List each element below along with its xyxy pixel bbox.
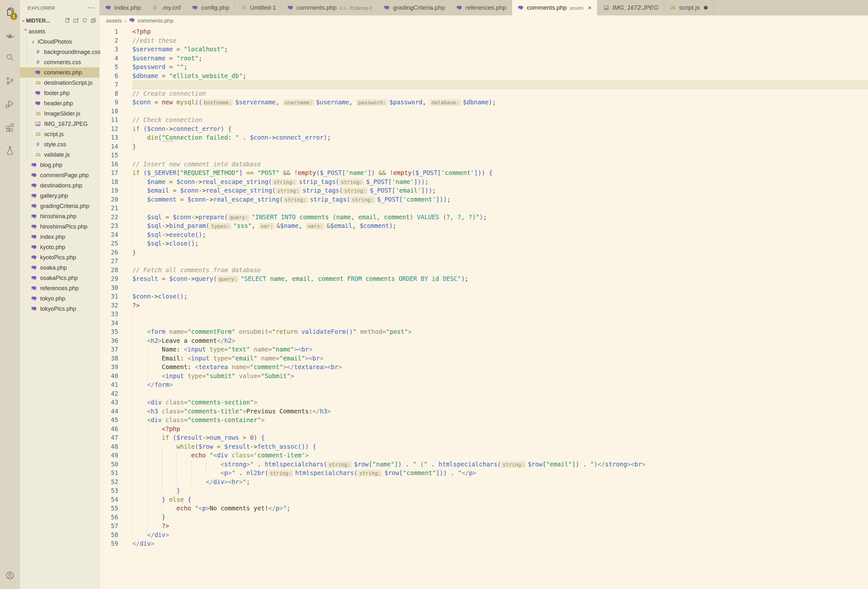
file-comments.php[interactable]: comments.php <box>20 68 99 78</box>
code-line[interactable]: 12if ($conn->connect_error) { <box>100 125 868 134</box>
code-line[interactable]: 53 } <box>100 486 868 495</box>
code-line[interactable]: 20 $comment = $conn->real_escape_string(… <box>100 195 868 204</box>
code-line[interactable]: 25 $sql->close(); <box>100 239 868 248</box>
file-ImageSlider.js[interactable]: JSImageSlider.js <box>20 109 99 119</box>
new-folder-icon[interactable] <box>73 18 79 24</box>
code-line[interactable]: 35 <form name="commentForm" onsubmit="re… <box>100 327 868 336</box>
file-hiroshimaPics.php[interactable]: hiroshimaPics.php <box>20 221 99 232</box>
code-line[interactable]: 58 </div> <box>100 530 868 540</box>
code-line[interactable]: 9$conn = new mysqli(hostname:$servername… <box>100 98 868 107</box>
tab-index.php[interactable]: index.php <box>100 0 146 15</box>
code-line[interactable]: 32?> <box>100 301 868 310</box>
code-line[interactable]: 42 <box>100 389 868 398</box>
file-script.js[interactable]: JSscript.js <box>20 129 99 139</box>
tab-config.php[interactable]: config.php <box>186 0 235 15</box>
code-line[interactable]: 28// Fetch all comments from database <box>100 266 868 275</box>
code-line[interactable]: 7 <box>100 80 868 89</box>
tab-script.js[interactable]: JSscript.js <box>664 0 713 15</box>
tab-references.php[interactable]: references.php <box>451 0 512 15</box>
code-line[interactable]: 31$conn->close(); <box>100 292 868 301</box>
file-hiroshima.php[interactable]: hiroshima.php <box>20 211 99 221</box>
file-comments.css[interactable]: #comments.css <box>20 57 99 68</box>
extensions-icon[interactable] <box>0 116 20 138</box>
file-kyotoPics.php[interactable]: kyotoPics.php <box>20 252 99 262</box>
code-line[interactable]: 46 <?php <box>100 425 868 434</box>
code-line[interactable]: 22 $sql = $conn->prepare(query:"INSERT I… <box>100 213 868 222</box>
code-line[interactable]: 57 ?> <box>100 521 868 530</box>
file-validate.js[interactable]: JSvalidate.js <box>20 150 99 160</box>
file-gallery.php[interactable]: gallery.php <box>20 191 99 201</box>
code-line[interactable]: 39 Comment: <textarea name="comment"></t… <box>100 363 868 372</box>
testing-icon[interactable] <box>0 138 20 162</box>
code-line[interactable]: 54 } else { <box>100 495 868 504</box>
run-and-debug-icon[interactable] <box>0 93 20 116</box>
refresh-icon[interactable] <box>82 18 87 24</box>
code-line[interactable]: 49 echo "<div class='comment-item'> <box>100 451 868 460</box>
file-iCloudPhotos[interactable]: ›iCloudPhotos <box>20 37 99 47</box>
code-line[interactable]: 16// Insert new comment into database <box>100 160 868 169</box>
code-line[interactable]: 50 <strong>" . htmlspecialchars(string:$… <box>100 460 868 469</box>
tab-comments.php[interactable]: comments.phpC:\...\fz3temp-2 <box>282 0 378 15</box>
tab-gradingCriteria.php[interactable]: gradingCriteria.php <box>378 0 451 15</box>
code-line[interactable]: 29$result = $conn->query(query:"SELECT n… <box>100 274 868 283</box>
file-destinations.php[interactable]: destinations.php <box>20 180 99 191</box>
code-line[interactable]: 5$password = ""; <box>100 63 868 72</box>
breadcrumb-item[interactable]: assets <box>106 18 122 24</box>
file-kyoto.php[interactable]: kyoto.php <box>20 242 99 252</box>
code-line[interactable]: 18 $name = $conn->real_escape_string(str… <box>100 178 868 187</box>
code-line[interactable]: 55 echo "<p>No comments yet!</p>"; <box>100 504 868 513</box>
code-line[interactable]: 26} <box>100 248 868 257</box>
tab-comments.php[interactable]: comments.phpassets× <box>512 0 598 15</box>
file-tokyo.php[interactable]: tokyo.php <box>20 293 99 304</box>
file-blog.php[interactable]: blog.php <box>20 160 99 170</box>
file-osaka.php[interactable]: osaka.php <box>20 262 99 273</box>
code-line[interactable]: 27 <box>100 257 868 266</box>
collapse-all-icon[interactable] <box>91 18 96 24</box>
code-line[interactable]: 23 $sql->bind_param(types:"sss", var:&$n… <box>100 221 868 230</box>
code-line[interactable]: 34 <box>100 319 868 328</box>
close-icon[interactable]: × <box>588 4 592 12</box>
code-line[interactable]: 44 <h3 class="comments-title">Previous C… <box>100 407 868 416</box>
explorer-section-header[interactable]: › MIDTER... <box>20 15 99 27</box>
source-control-icon[interactable] <box>0 69 20 93</box>
modified-dot-icon[interactable] <box>704 6 708 10</box>
file-footer.php[interactable]: footer.php <box>20 88 99 98</box>
file-destinationScript.js[interactable]: JSdestinationScript.js <box>20 78 99 88</box>
code-line[interactable]: 24 $sql->execute(); <box>100 230 868 240</box>
code-line[interactable]: 38 Email: <input type="email" name="emai… <box>100 354 868 363</box>
code-line[interactable]: 47 if ($result->num_rows > 0) { <box>100 433 868 442</box>
search-icon[interactable] <box>0 46 20 69</box>
code-line[interactable]: 11// Check connection <box>100 116 868 125</box>
code-line[interactable]: 37 Name: <input type="text" name="name">… <box>100 345 868 354</box>
code-line[interactable]: 14} <box>100 142 868 151</box>
more-actions-icon[interactable]: ⋯ <box>88 3 95 12</box>
code-line[interactable]: 1<?php <box>100 27 868 36</box>
file-tokyoPics.php[interactable]: tokyoPics.php <box>20 304 99 314</box>
code-line[interactable]: 21 <box>100 204 868 213</box>
account-icon[interactable] <box>0 564 20 587</box>
code-line[interactable]: 52 </div><hr>"; <box>100 478 868 487</box>
code-line[interactable]: 45 <div class="comments-container"> <box>100 416 868 425</box>
explorer-icon[interactable]: 1 <box>0 0 20 23</box>
code-line[interactable]: 41 </form> <box>100 380 868 389</box>
new-file-icon[interactable] <box>65 18 70 24</box>
file-assets[interactable]: ›assets <box>20 27 99 37</box>
code-line[interactable]: 36 <h2>Leave a comment</h2> <box>100 336 868 345</box>
code-line[interactable]: 3$servername = "localhost"; <box>100 45 868 54</box>
tab-IMG_1672.JPEG[interactable]: IMG_1672.JPEG <box>598 0 664 15</box>
code-line[interactable]: 56 } <box>100 513 868 522</box>
breadcrumb-item[interactable]: comments.php <box>129 17 173 25</box>
code-line[interactable]: 43 <div class="comments-section"> <box>100 398 868 407</box>
code-line[interactable]: 8// Create connection <box>100 89 868 98</box>
code-line[interactable]: 17if ($_SERVER["REQUEST_METHOD"] == "POS… <box>100 168 868 178</box>
file-style.css[interactable]: #style.css <box>20 139 99 150</box>
code-line[interactable]: 2//edit these <box>100 36 868 45</box>
tab-Untitled-1[interactable]: Untitled-1 <box>235 0 282 15</box>
code-line[interactable]: 4$username = "root"; <box>100 54 868 63</box>
code-line[interactable]: 10 <box>100 107 868 116</box>
code-line[interactable]: 19 $email = $conn->real_escape_string(st… <box>100 186 868 195</box>
code-line[interactable]: 13 die("Connection failed: " . $conn->co… <box>100 133 868 142</box>
code-line[interactable]: 15 <box>100 151 868 160</box>
file-osakaPics.php[interactable]: osakaPics.php <box>20 273 99 283</box>
code-line[interactable]: 48 while($row = $result->fetch_assoc()) … <box>100 442 868 451</box>
